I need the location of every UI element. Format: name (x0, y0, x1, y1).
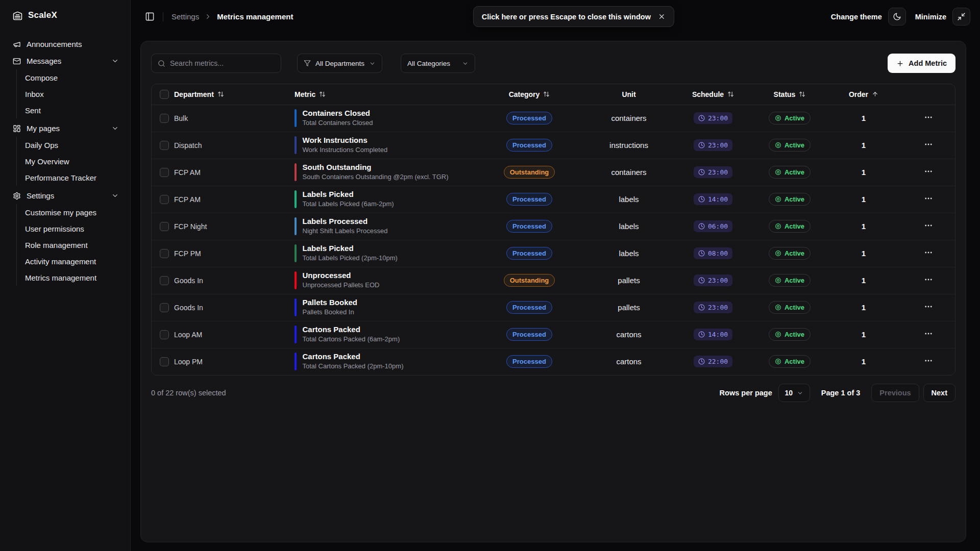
column-header-metric[interactable]: Metric (295, 90, 473, 98)
row-actions-button[interactable] (924, 329, 933, 338)
sidebar-item-my-overview[interactable]: My Overview (17, 153, 130, 169)
unit-cell: labels (619, 222, 639, 231)
sidebar-item-activity-management[interactable]: Activity management (17, 253, 130, 269)
metrics-panel: All Departments All Categories Add Metri… (140, 41, 966, 542)
column-header-department[interactable]: Department (174, 90, 295, 98)
main-area: Settings Metrics management Click here o… (131, 0, 980, 551)
metric-subtitle: Night Shift Labels Processed (303, 227, 388, 236)
row-checkbox[interactable] (160, 249, 169, 258)
row-actions-button[interactable] (924, 356, 933, 365)
change-theme-label: Change theme (831, 13, 882, 21)
clock-icon (698, 277, 705, 284)
sidebar-item-role-management[interactable]: Role management (17, 237, 130, 253)
sidebar-item-inbox[interactable]: Inbox (17, 86, 130, 102)
sidebar-item-my-pages[interactable]: My pages (0, 120, 130, 137)
row-checkbox[interactable] (160, 114, 169, 123)
column-header-status[interactable]: Status (754, 90, 825, 98)
gear-icon (13, 192, 21, 200)
mail-icon (13, 57, 21, 65)
department-filter-dropdown[interactable]: All Departments (297, 54, 382, 73)
filter-icon (304, 60, 311, 67)
category-badge: Processed (506, 247, 552, 260)
row-actions-button[interactable] (924, 275, 933, 284)
sidebar-subgroup-my-pages: Daily OpsMy OverviewPerformance Tracker (16, 137, 130, 186)
sidebar-item-performance-tracker[interactable]: Performance Tracker (17, 169, 130, 186)
column-header-category[interactable]: Category (473, 90, 585, 98)
category-filter-dropdown[interactable]: All Categories (401, 54, 475, 73)
table-row: FCP Night Labels Processed Night Shift L… (152, 213, 955, 240)
close-window-toast[interactable]: Click here or press Escape to close this… (473, 6, 674, 27)
select-all-checkbox[interactable] (160, 90, 169, 99)
previous-page-button[interactable]: Previous (871, 384, 919, 402)
metric-subtitle: Unprocessed Pallets EOD (303, 281, 380, 290)
row-actions-button[interactable] (924, 302, 933, 311)
sort-icon (543, 91, 550, 97)
next-page-button[interactable]: Next (923, 384, 955, 402)
theme-toggle-button[interactable] (888, 8, 906, 26)
sidebar-item-settings[interactable]: Settings (0, 187, 130, 204)
row-checkbox[interactable] (160, 222, 169, 231)
sidebar-toggle-button[interactable] (143, 10, 157, 23)
unit-cell: containers (611, 168, 646, 177)
unit-cell: cartons (616, 357, 641, 366)
search-input[interactable] (170, 59, 275, 67)
add-metric-button[interactable]: Add Metric (888, 54, 955, 73)
status-badge: Active (769, 166, 811, 179)
column-header-schedule[interactable]: Schedule (672, 90, 754, 98)
sidebar-subgroup-settings: Customise my pagesUser permissionsRole m… (16, 204, 130, 286)
rows-per-page-select[interactable]: 10 (778, 384, 810, 402)
breadcrumb-parent[interactable]: Settings (172, 12, 199, 21)
sidebar-item-daily-ops[interactable]: Daily Ops (17, 137, 130, 153)
row-checkbox[interactable] (160, 141, 169, 150)
row-actions-button[interactable] (924, 248, 933, 257)
toast-close-button[interactable] (658, 13, 666, 20)
row-actions-button[interactable] (924, 113, 933, 122)
row-actions-button[interactable] (924, 140, 933, 149)
chevron-right-icon (204, 13, 212, 20)
row-checkbox[interactable] (160, 303, 169, 312)
chevron-down-icon (111, 192, 119, 199)
row-checkbox[interactable] (160, 168, 169, 177)
column-header-unit[interactable]: Unit (585, 90, 672, 98)
sidebar-item-announcements[interactable]: Announcements (0, 36, 130, 53)
sidebar-item-user-permissions[interactable]: User permissions (17, 220, 130, 237)
row-actions-button[interactable] (924, 167, 933, 176)
table-row: Dispatch Work Instructions Work Instruct… (152, 132, 955, 159)
sidebar-item-customise-my-pages[interactable]: Customise my pages (17, 204, 130, 220)
row-actions-button[interactable] (924, 194, 933, 203)
order-cell: 1 (862, 195, 866, 204)
clock-icon (698, 358, 705, 365)
column-header-order[interactable]: Order (825, 90, 902, 98)
sidebar-item-compose[interactable]: Compose (17, 69, 130, 86)
metric-accent-bar (295, 217, 297, 235)
unit-cell: cartons (616, 330, 641, 339)
table-row: Bulk Containers Closed Total Containers … (152, 105, 955, 132)
row-checkbox[interactable] (160, 330, 169, 339)
ellipsis-icon (924, 167, 933, 176)
metric-subtitle: Pallets Booked In (303, 308, 358, 317)
row-actions-button[interactable] (924, 221, 933, 230)
sidebar-item-metrics-management[interactable]: Metrics management (17, 269, 130, 286)
metric-accent-bar (295, 271, 297, 289)
department-cell: FCP AM (174, 195, 201, 204)
category-badge: Outstanding (504, 274, 555, 287)
order-cell: 1 (862, 249, 866, 258)
megaphone-icon (13, 40, 21, 48)
schedule-badge: 08:00 (694, 247, 732, 259)
row-checkbox[interactable] (160, 357, 169, 366)
metric-accent-bar (295, 190, 297, 208)
category-badge: Processed (506, 355, 552, 368)
sidebar-item-messages[interactable]: Messages (0, 53, 130, 69)
sort-icon (799, 91, 805, 97)
chevron-down-icon (797, 390, 803, 396)
chevron-down-icon (111, 57, 119, 65)
category-badge: Processed (506, 328, 552, 341)
sidebar-item-sent[interactable]: Sent (17, 102, 130, 118)
status-badge: Active (769, 301, 811, 314)
minimize-button[interactable] (952, 8, 970, 26)
schedule-badge: 23:00 (694, 274, 732, 286)
sort-asc-icon (872, 91, 878, 97)
sidebar-subgroup-messages: ComposeInboxSent (16, 69, 130, 118)
row-checkbox[interactable] (160, 276, 169, 285)
row-checkbox[interactable] (160, 195, 169, 204)
